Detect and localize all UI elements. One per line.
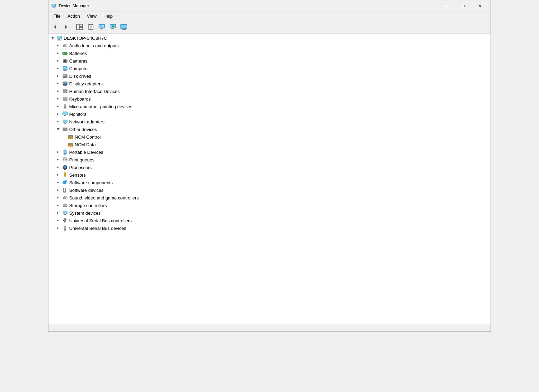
batteries-toggle[interactable] [55,50,61,56]
tree-item-processors[interactable]: Processors [48,164,491,171]
sound-toggle[interactable] [55,195,61,200]
svg-rect-160 [65,230,65,230]
svg-rect-135 [64,188,65,191]
scan-button[interactable]: ▶ [108,22,118,32]
system-toggle[interactable] [55,210,61,216]
sensors-toggle[interactable] [55,172,61,178]
tree-item-sensors[interactable]: Sensors [48,171,491,179]
software-components-icon: + [62,179,68,186]
audio-toggle[interactable] [55,43,61,48]
menu-file[interactable]: File [50,12,64,20]
tree-item-print[interactable]: Print queues [48,156,491,164]
svg-rect-78 [63,100,66,100]
show-hide-button[interactable] [74,22,85,32]
display-toggle[interactable] [55,81,61,86]
tree-item-ncm-control[interactable]: ! NCM Control [48,133,491,141]
disk-toggle[interactable] [55,73,61,79]
svg-rect-62 [66,90,67,90]
tree-item-audio[interactable]: Audio inputs and outputs [48,42,491,49]
svg-rect-1 [53,7,55,8]
tree-item-sound[interactable]: Sound, video and game controllers [48,194,491,202]
tree-root[interactable]: DESKTOP-S4G8H7C [48,34,491,42]
tree-item-disk[interactable]: Disk drives [48,72,491,80]
hid-label: Human Interface Devices [69,89,120,94]
tree-item-portable[interactable]: Portable Devices [48,148,491,156]
minimize-button[interactable]: ─ [439,1,455,11]
tree-item-software-components[interactable]: + Software components [48,179,491,186]
svg-rect-64 [64,91,65,91]
computer-toggle[interactable] [55,66,61,71]
forward-button[interactable] [61,22,71,32]
uninstall-button[interactable] [97,22,107,32]
tree-item-computer[interactable]: Computer [48,65,491,72]
root-toggle[interactable] [50,35,55,41]
tree-item-storage[interactable]: Storage controllers [48,202,491,209]
menu-help[interactable]: Help [100,12,116,20]
tree-item-other[interactable]: ? Other devices [48,125,491,133]
usb-devices-label: Universal Serial Bus devices [69,226,126,231]
tree-item-usb-devices[interactable]: Universal Serial Bus devices [48,224,491,232]
tree-item-system[interactable]: System devices [48,209,491,217]
keyboards-toggle[interactable] [55,96,61,102]
svg-rect-61 [64,90,65,90]
svg-rect-19 [111,28,114,29]
toolbar-sep-1 [73,23,73,31]
monitors-label: Monitors [69,112,86,117]
storage-toggle[interactable] [55,203,61,208]
close-button[interactable]: ✕ [472,1,488,11]
software-components-label: Software components [69,180,113,185]
svg-rect-77 [66,99,67,99]
tree-item-mice[interactable]: Mice and other pointing devices [48,103,491,110]
usb-devices-toggle[interactable] [55,225,61,231]
svg-text:+: + [64,182,65,184]
tree-item-cameras[interactable]: Cameras [48,57,491,65]
tree-item-ncm-data[interactable]: ! NCM Data [48,141,491,148]
tree-item-monitors[interactable]: Monitors [48,110,491,118]
hid-toggle[interactable] [55,88,61,94]
maximize-button[interactable]: □ [455,1,471,11]
audio-label: Audio inputs and outputs [69,43,119,48]
processors-toggle[interactable] [55,165,61,170]
network-label: Network adapters [69,119,104,124]
tree-item-usb-controllers[interactable]: Universal Serial Bus controllers [48,217,491,224]
tree-item-display[interactable]: Display adapters [48,80,491,87]
back-button[interactable] [50,22,60,32]
properties-button[interactable] [119,22,129,32]
tree-panel[interactable]: DESKTOP-S4G8H7C Audio inputs and outputs [48,34,491,324]
svg-rect-36 [67,53,67,54]
usb-controllers-toggle[interactable] [55,218,61,223]
software-devices-toggle[interactable] [55,187,61,193]
software-components-toggle[interactable] [55,180,61,185]
svg-rect-63 [63,91,64,91]
svg-rect-117 [64,165,65,166]
portable-toggle[interactable] [55,149,61,155]
cameras-toggle[interactable] [55,58,61,64]
svg-point-128 [64,176,66,177]
svg-rect-113 [65,159,66,160]
svg-rect-88 [63,116,67,116]
cameras-label: Cameras [69,58,88,64]
tree-item-batteries[interactable]: Batteries [48,49,491,57]
ncm-data-icon: ! [67,141,74,148]
tree-item-keyboards[interactable]: Keyboards [48,95,491,103]
network-toggle[interactable] [55,119,61,124]
ncm-data-label: NCM Data [75,142,96,147]
svg-marker-33 [64,44,66,48]
svg-text:?: ? [64,128,66,131]
monitors-toggle[interactable] [55,111,61,117]
menu-action[interactable]: Action [64,12,83,20]
svg-rect-121 [63,167,63,167]
print-toggle[interactable] [55,157,61,162]
menu-view[interactable]: View [83,12,100,20]
processors-icon [62,164,68,170]
svg-rect-7 [79,24,83,27]
tree-item-network[interactable]: Network adapters [48,118,491,125]
svg-marker-108 [57,159,59,161]
window-icon [51,3,57,9]
portable-label: Portable Devices [69,150,103,155]
mice-toggle[interactable] [55,104,61,109]
tree-item-software-devices[interactable]: Software devices [48,186,491,194]
other-toggle[interactable] [55,127,61,132]
tree-item-hid[interactable]: Human Interface Devices [48,87,491,95]
update-driver-button[interactable]: ? [85,22,96,32]
